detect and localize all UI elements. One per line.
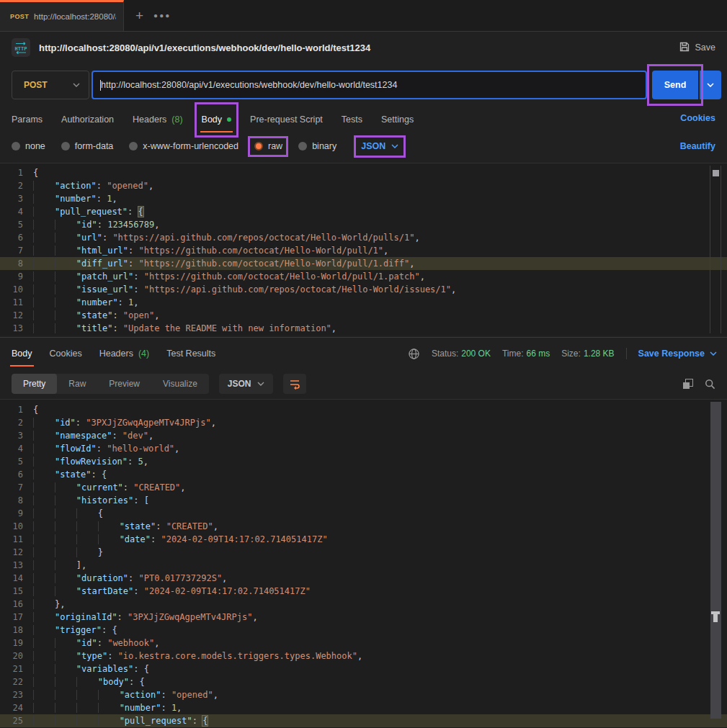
token: ], (76, 560, 86, 570)
line-number: 8 (0, 257, 33, 270)
token: : (76, 418, 86, 428)
request-tab-headers[interactable]: Headers(8) (133, 107, 183, 132)
token: "CREATED" (133, 482, 180, 493)
token: : (128, 259, 138, 269)
save-icon (679, 41, 690, 55)
radio-icon[interactable] (12, 142, 20, 150)
request-tab-params[interactable]: Params (12, 107, 43, 132)
indent-guide (33, 259, 55, 269)
body-mode-none[interactable]: none (12, 141, 45, 151)
response-view-visualize[interactable]: Visualize (151, 374, 209, 394)
indent-guide (76, 508, 98, 518)
chevron-down-icon (391, 144, 398, 148)
request-tab-pre-request-script[interactable]: Pre-request Script (250, 107, 323, 132)
tab-label: Tests (342, 114, 362, 125)
body-mode-form-data[interactable]: form-data (61, 141, 114, 151)
line-number: 3 (0, 429, 33, 442)
request-tabs: ParamsAuthorizationHeaders(8)BodyPre-req… (12, 107, 414, 132)
tab-options-button[interactable]: ●●● (153, 12, 171, 19)
wrap-lines-button[interactable] (283, 374, 306, 394)
scrollbar-thumb[interactable] (713, 170, 719, 176)
line-number: 14 (0, 572, 33, 585)
indent-guide (55, 521, 76, 531)
copy-response-icon[interactable] (683, 379, 693, 389)
body-mode-raw[interactable]: raw (254, 141, 282, 151)
method-select[interactable]: POST (12, 71, 89, 99)
radio-icon[interactable] (254, 142, 263, 150)
indent-guide (55, 716, 76, 726)
line-number: 4 (0, 205, 33, 218)
cookies-link[interactable]: Cookies (680, 113, 715, 123)
scrollbar-cursor-marker (713, 614, 718, 622)
body-language-value: JSON (361, 141, 385, 151)
save-response-button[interactable]: Save Response (638, 349, 717, 359)
scrollbar-thumb[interactable] (710, 402, 721, 719)
indent-guide (33, 677, 55, 687)
chevron-down-icon (73, 83, 80, 87)
body-mode-x-www-form-urlencoded[interactable]: x-www-form-urlencoded (129, 141, 238, 151)
token: : (156, 521, 166, 531)
token: : (161, 703, 171, 713)
response-view-raw[interactable]: Raw (57, 374, 97, 394)
new-tab-button[interactable]: + (135, 8, 143, 24)
body-language-select[interactable]: JSON (361, 141, 398, 151)
request-body-editor[interactable]: 1{2 "action": "opened",3 "number": 1,4 "… (0, 163, 727, 336)
url-input[interactable]: http://localhost:28080/api/v1/executions… (92, 71, 647, 99)
radio-icon[interactable] (129, 142, 138, 150)
request-tab-authorization[interactable]: Authorization (61, 107, 114, 132)
response-view-pretty[interactable]: Pretty (12, 374, 57, 394)
request-window-tab[interactable]: POST http://localhost:28080/a (0, 0, 124, 31)
token: "https://api.github.com/repos/octocat/He… (144, 284, 451, 295)
response-tab-headers[interactable]: Headers(4) (99, 338, 150, 369)
request-tab-settings[interactable]: Settings (381, 107, 414, 132)
token: , (211, 418, 216, 428)
token: "namespace" (55, 431, 112, 441)
indent-guide (33, 444, 55, 454)
response-tab-test-results[interactable]: Test Results (166, 338, 215, 369)
line-content: "html_url": "https://github.com/octocat/… (33, 244, 727, 257)
line-number: 17 (0, 611, 33, 624)
response-body-editor[interactable]: 1{2 "id": "3PXJjZGwqAgpeMTv4JRPjs",3 "na… (0, 399, 727, 728)
indent-guide (55, 638, 76, 648)
line-number: 12 (0, 309, 33, 322)
token: "duration" (76, 573, 128, 583)
response-tab-cookies[interactable]: Cookies (50, 338, 82, 369)
body-mode-binary[interactable]: binary (298, 141, 336, 151)
code-line-6: 6 "state": { (0, 468, 727, 481)
send-button[interactable]: Send (652, 71, 698, 99)
code-line-25: 25 "pull_request": { (0, 714, 727, 727)
line-number: 2 (0, 416, 33, 429)
token: "startDate" (76, 586, 133, 596)
response-view-preview[interactable]: Preview (97, 374, 151, 394)
indent-guide (33, 181, 55, 191)
request-tab-body[interactable]: Body (202, 107, 232, 132)
token: { (140, 677, 145, 687)
tab-label: Headers (99, 349, 133, 359)
response-body-code: 1{2 "id": "3PXJjZGwqAgpeMTv4JRPjs",3 "na… (0, 403, 727, 728)
save-button[interactable]: Save (679, 41, 716, 55)
code-line-8: 8 "diff_url": "https://github.com/octoca… (0, 257, 727, 270)
radio-icon[interactable] (61, 142, 70, 150)
line-content: "patch_url": "https://github.com/octocat… (33, 270, 727, 283)
indent-guide (33, 612, 55, 622)
send-options-button[interactable] (700, 71, 721, 99)
request-editor-scrollbar[interactable] (710, 166, 721, 333)
response-editor-scrollbar[interactable] (710, 400, 722, 728)
request-tab-tests[interactable]: Tests (342, 107, 362, 132)
token: "opened" (171, 690, 213, 700)
token: "diff_url" (76, 259, 128, 269)
indent-guide (55, 677, 76, 687)
response-language-select[interactable]: JSON (219, 374, 273, 394)
response-tab-body[interactable]: Body (12, 338, 32, 369)
indent-guide (33, 508, 55, 518)
code-line-4: 4 "flowId": "hello-world", (0, 442, 727, 455)
beautify-link[interactable]: Beautify (680, 141, 715, 151)
radio-icon[interactable] (298, 142, 307, 150)
wrap-lines-icon (289, 378, 300, 390)
line-number: 8 (0, 494, 33, 507)
line-number: 10 (0, 520, 33, 533)
request-tabs-row: ParamsAuthorizationHeaders(8)BodyPre-req… (0, 107, 727, 132)
token: : (133, 284, 143, 295)
search-response-icon[interactable] (705, 379, 715, 390)
response-toolbar: PrettyRawPreviewVisualize JSON (0, 369, 727, 399)
